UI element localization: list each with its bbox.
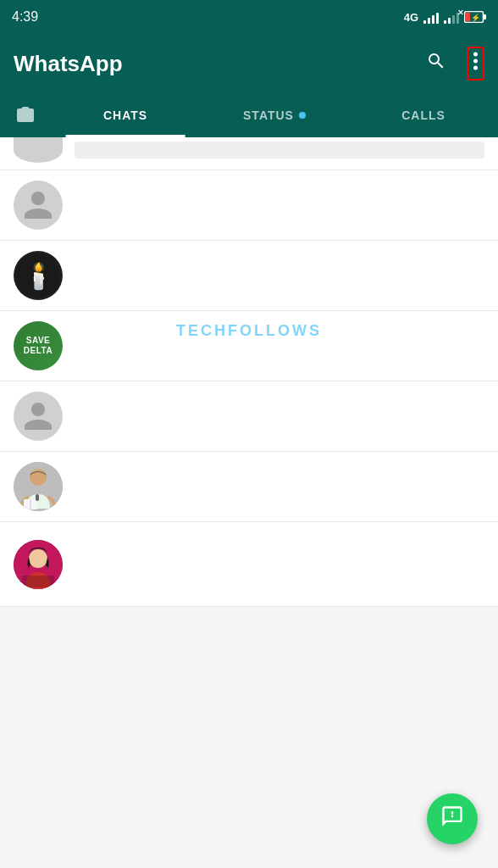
chat-item-partial[interactable] bbox=[0, 137, 498, 170]
avatar-flame: 🕯️ bbox=[14, 251, 63, 300]
avatar-save-delta: SAVEDELTA bbox=[14, 321, 63, 370]
chat-content bbox=[75, 203, 484, 207]
chat-item[interactable] bbox=[0, 381, 498, 452]
svg-rect-2 bbox=[466, 13, 470, 21]
avatar-apj bbox=[14, 462, 63, 511]
calls-tab[interactable]: CALLS bbox=[349, 93, 498, 137]
svg-point-6 bbox=[473, 66, 478, 70]
chat-item[interactable] bbox=[0, 452, 498, 522]
chat-item[interactable] bbox=[0, 170, 498, 241]
chats-tab[interactable]: CHATS bbox=[51, 93, 200, 137]
svg-point-5 bbox=[473, 59, 478, 64]
header-actions bbox=[423, 47, 484, 81]
status-indicator-dot bbox=[299, 112, 306, 119]
camera-tab[interactable] bbox=[0, 93, 51, 137]
svg-rect-11 bbox=[36, 494, 39, 501]
signal-icon bbox=[423, 10, 439, 24]
svg-point-4 bbox=[473, 53, 478, 57]
new-chat-icon bbox=[440, 804, 464, 834]
chat-item[interactable]: 🕯️ bbox=[0, 241, 498, 311]
new-chat-fab[interactable] bbox=[427, 793, 478, 844]
app-title: WhatsApp bbox=[14, 51, 123, 77]
signal2-icon: ✕ bbox=[444, 10, 459, 24]
chat-list: 🕯️ SAVEDELTA bbox=[0, 137, 498, 868]
chat-content bbox=[75, 485, 484, 488]
battery-icon: ⚡ bbox=[464, 11, 486, 23]
chat-item[interactable] bbox=[0, 522, 498, 607]
avatar bbox=[14, 181, 63, 230]
chat-content bbox=[75, 563, 484, 566]
svg-point-13 bbox=[29, 549, 47, 568]
svg-text:⚡: ⚡ bbox=[471, 13, 481, 23]
chat-content bbox=[75, 415, 484, 418]
avatar-photo bbox=[14, 540, 63, 589]
status-time: 4:39 bbox=[12, 9, 38, 25]
svg-rect-1 bbox=[484, 14, 486, 19]
chat-content bbox=[75, 274, 484, 277]
avatar bbox=[14, 392, 63, 441]
tab-bar: CHATS STATUS CALLS bbox=[0, 93, 498, 137]
more-options-button[interactable] bbox=[467, 47, 484, 81]
chat-content bbox=[75, 344, 484, 348]
status-tab[interactable]: STATUS bbox=[200, 93, 349, 137]
search-button[interactable] bbox=[423, 47, 450, 80]
avatar-partial bbox=[14, 137, 63, 163]
status-icons: 4G ✕ ⚡ bbox=[404, 10, 486, 24]
status-bar: 4:39 4G ✕ ⚡ bbox=[0, 0, 498, 34]
svg-rect-14 bbox=[22, 576, 54, 587]
network-label: 4G bbox=[404, 11, 418, 24]
header: WhatsApp bbox=[0, 34, 498, 93]
chat-item[interactable]: SAVEDELTA bbox=[0, 311, 498, 381]
